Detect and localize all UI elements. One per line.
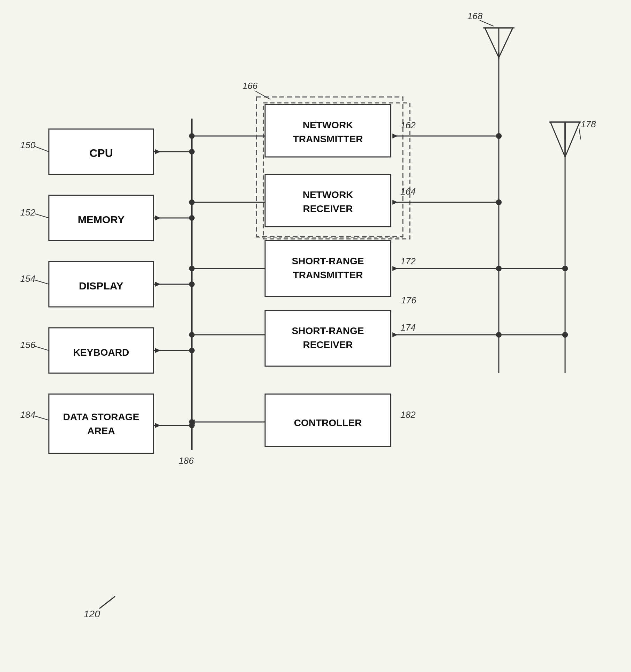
figure-label: 120 [84,609,100,619]
net-tx-label1: NETWORK [303,120,353,130]
ref-182: 182 [400,409,416,420]
short-range-tx-block [265,241,391,296]
keyboard-label: KEYBOARD [73,347,129,358]
network-transmitter-block [265,105,391,157]
sr-rx-label2: RECEIVER [303,339,353,350]
net-rx-label1: NETWORK [303,189,353,200]
junction-keyboard [189,348,195,353]
ref-150: 150 [20,140,36,150]
junction-net-rx [189,199,195,205]
ref-168: 168 [467,11,483,21]
data-storage-label-line1: DATA STORAGE [63,411,139,422]
junction-right2-960 [562,332,568,338]
ref-166: 166 [242,81,258,91]
ref-184: 184 [20,409,35,420]
short-range-rx-block [265,310,391,366]
memory-label: MEMORY [78,214,125,225]
sr-tx-label2: TRANSMITTER [293,270,363,280]
ref-174: 174 [400,322,415,333]
ref-172: 172 [400,256,416,266]
junction-net-tx [189,133,195,139]
net-rx-label2: RECEIVER [303,203,353,214]
data-storage-block [49,394,153,453]
sr-tx-label1: SHORT-RANGE [292,256,364,266]
junction-memory [189,215,195,221]
junction-sr-rx [189,332,195,338]
junction-display [189,281,195,287]
display-label: DISPLAY [79,280,123,292]
cpu-label: CPU [89,147,113,159]
junction-right2-770 [562,266,568,271]
ref-164: 164 [400,186,415,197]
ref-178: 178 [581,119,596,129]
ref-176: 176 [401,295,416,305]
data-storage-label-line2: AREA [87,425,115,436]
sr-rx-label1: SHORT-RANGE [292,325,364,336]
controller-label: CONTROLLER [294,417,362,428]
ref-154: 154 [20,273,35,284]
ref-186: 186 [179,455,194,466]
network-receiver-block [265,174,391,227]
junction-sr-tx [189,266,195,271]
ref-162: 162 [400,120,416,130]
junction-right-tx-dot [496,133,502,139]
net-tx-label2: TRANSMITTER [293,134,363,144]
junction-controller [189,419,195,425]
junction-right-rx-dot [496,199,502,205]
ref-156: 156 [20,340,36,350]
junction-cpu [189,149,195,154]
ref-152: 152 [20,207,36,218]
